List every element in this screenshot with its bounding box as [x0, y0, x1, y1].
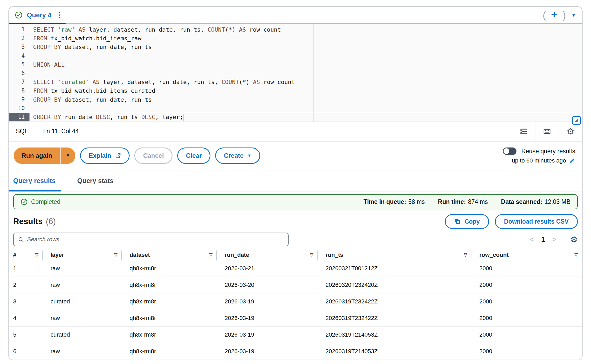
clear-label: Clear [186, 152, 202, 159]
run-again-split-button[interactable]: Run again ▼ [14, 147, 75, 164]
column-label: # [13, 252, 16, 258]
table-cell: 2000 [471, 265, 582, 272]
tab-query-results[interactable]: Query results [9, 170, 67, 191]
table-preferences-button[interactable]: ⚙ [570, 234, 578, 244]
table-cell: raw [43, 315, 122, 322]
format-query-button[interactable] [512, 122, 535, 141]
code-text: FROM tx_bid_watch.bid_items_curated [29, 86, 582, 95]
external-link-icon [115, 153, 121, 159]
code-text [29, 52, 582, 60]
tab-title: Query 4 [27, 11, 51, 19]
table-cell: 1 [9, 265, 43, 272]
column-filter-icon[interactable]: ▽ [574, 252, 578, 258]
cursor-position: Ln 11, Col 44 [43, 128, 79, 135]
copy-icon [454, 218, 461, 225]
page-number[interactable]: 1 [541, 236, 545, 243]
column-label: run_ts [326, 252, 343, 258]
tab-query-4[interactable]: Query 4 ⋮ [9, 7, 70, 23]
table-row: 5curatedqh8x-rm8r2026-03-1920260319T2140… [9, 327, 582, 343]
query-stats-summary: Time in queue:58 msRun time:874 msData s… [363, 198, 570, 205]
column-filter-icon[interactable]: ▽ [35, 252, 38, 258]
query-stats-label: Query stats [77, 177, 114, 185]
edit-pencil-icon[interactable] [569, 158, 575, 164]
table-cell: 2000 [471, 298, 582, 305]
cancel-button[interactable]: Cancel [134, 147, 173, 164]
cancel-label: Cancel [143, 152, 164, 159]
run-again-button[interactable]: Run again [14, 147, 60, 164]
results-table: #▽layer▽dataset▽run_date▽run_ts▽row_coun… [9, 250, 582, 360]
code-text: UNION ALL [29, 60, 582, 69]
code-text: ORDER BY run_date DESC, run_ts DESC, lay… [29, 113, 582, 121]
table-cell: qh8x-rm8r [122, 282, 217, 288]
line-number: 8 [9, 86, 29, 95]
download-label: Download results CSV [504, 218, 569, 225]
editor-resize-handle[interactable] [572, 116, 581, 125]
column-header-num: #▽ [9, 250, 43, 260]
column-header-row_count: row_count▽ [471, 250, 582, 260]
table-cell: 4 [9, 315, 43, 322]
line-number: 6 [9, 69, 29, 78]
search-icon [18, 237, 24, 243]
results-toolbar: < 1 > ⚙ [13, 233, 578, 246]
table-row: 3curatedqh8x-rm8r2026-03-1920260319T2324… [9, 293, 582, 310]
explain-button[interactable]: Explain [80, 147, 130, 164]
table-cell: qh8x-rm8r [122, 315, 217, 322]
gear-icon: ⚙ [567, 126, 574, 136]
table-cell: 2026-03-19 [217, 315, 318, 322]
line-number: 9 [9, 95, 29, 104]
run-options-caret-icon[interactable]: ▼ [61, 147, 75, 164]
banner-stat: Time in queue:58 ms [363, 198, 425, 205]
line-number: 3 [9, 43, 29, 51]
line-number: 10 [9, 104, 29, 113]
tab-list-dropdown-icon[interactable]: ▼ [571, 12, 576, 18]
previous-page-button[interactable]: < [530, 235, 534, 243]
reuse-results-label: Reuse query results [521, 148, 575, 155]
column-filter-icon[interactable]: ▽ [464, 252, 467, 258]
tab-menu-icon[interactable]: ⋮ [56, 11, 63, 19]
tab-query-stats[interactable]: Query stats [67, 170, 124, 191]
code-line: 11ORDER BY run_date DESC, run_ts DESC, l… [9, 113, 582, 121]
table-cell: 2000 [471, 315, 582, 322]
new-tab-button[interactable]: + [551, 9, 558, 20]
create-button[interactable]: Create ▼ [215, 147, 260, 164]
reuse-results-toggle[interactable] [503, 147, 516, 155]
code-lines: 1SELECT 'raw' AS layer, dataset, run_dat… [9, 25, 582, 121]
table-cell: 20260321T001212Z [318, 265, 471, 272]
search-input[interactable] [27, 236, 288, 243]
table-cell: 20260319T214053Z [318, 348, 471, 355]
code-text [29, 69, 582, 78]
copy-button[interactable]: Copy [445, 214, 489, 229]
keyboard-shortcuts-button[interactable] [535, 122, 559, 141]
column-filter-icon[interactable]: ▽ [114, 252, 117, 258]
clear-button[interactable]: Clear [177, 147, 210, 164]
language-indicator: SQL [16, 128, 28, 135]
sql-editor[interactable]: 1SELECT 'raw' AS layer, dataset, run_dat… [9, 24, 582, 122]
code-text: FROM tx_bid_watch.bid_items_raw [29, 34, 582, 43]
line-number: 2 [9, 34, 29, 43]
line-number: 5 [9, 60, 29, 69]
column-filter-icon[interactable]: ▽ [310, 252, 313, 258]
tab-scroll-right-icon: ) [563, 9, 566, 21]
code-line: 2FROM tx_bid_watch.bid_items_raw [9, 34, 582, 43]
text-cursor [184, 114, 184, 121]
table-cell: qh8x-rm8r [122, 331, 217, 338]
line-number: 7 [9, 78, 29, 86]
column-header-layer: layer▽ [43, 250, 122, 260]
download-results-csv-button[interactable]: Download results CSV [495, 214, 578, 229]
banner-stat: Data scanned:12.03 MB [501, 198, 570, 205]
column-label: row_count [479, 252, 509, 258]
search-box[interactable] [13, 233, 289, 246]
next-page-button[interactable]: > [552, 235, 556, 243]
column-filter-icon[interactable]: ▽ [209, 252, 213, 258]
table-cell: 20260319T232422Z [318, 298, 471, 305]
pagination: < 1 > ⚙ [530, 234, 578, 245]
reuse-query-results-block: Reuse query results up to 60 minutes ago [503, 147, 576, 164]
table-cell: 2026-03-19 [217, 331, 318, 338]
column-label: run_date [225, 252, 249, 258]
query-status-banner: Completed Time in queue:58 msRun time:87… [13, 194, 578, 209]
table-cell: 20260320T232420Z [318, 282, 471, 288]
results-panel: Completed Time in queue:58 msRun time:87… [9, 191, 582, 360]
line-number: 1 [9, 25, 29, 34]
table-cell: 2000 [471, 282, 582, 288]
tab-controls: ( + ) ▼ [543, 10, 582, 20]
